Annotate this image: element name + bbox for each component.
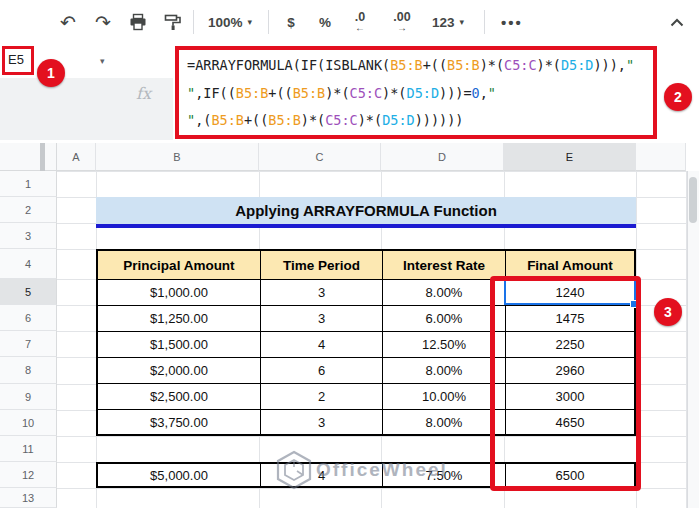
row-header-12[interactable]: 12	[0, 462, 57, 488]
cell-C9[interactable]: 2	[261, 384, 383, 410]
collapse-toolbar-button[interactable]	[662, 8, 692, 36]
row-header-2[interactable]: 2	[0, 197, 57, 223]
row-header-1[interactable]: 1	[0, 171, 57, 197]
formula-token: "	[187, 85, 195, 101]
formula-token: B5:B	[236, 85, 269, 101]
cell-C7[interactable]: 4	[261, 332, 383, 358]
vertical-scrollbar-thumb[interactable]	[689, 177, 697, 223]
cell-D9[interactable]: 10.00%	[383, 384, 506, 410]
cell-D8[interactable]: 8.00%	[383, 358, 506, 384]
formula-token: =ARRAYFORMULA(IF(ISBLANK(	[187, 57, 390, 73]
cell-C10[interactable]: 3	[261, 410, 383, 434]
formula-token: B5:B	[211, 112, 244, 128]
print-icon[interactable]	[123, 8, 153, 36]
select-all-corner[interactable]	[0, 143, 57, 171]
formula-token: )*(	[358, 112, 382, 128]
currency-icon: $	[287, 15, 295, 30]
cell-C6[interactable]: 3	[261, 306, 383, 332]
row-header-4[interactable]: 4	[0, 249, 57, 279]
format-currency-button[interactable]: $	[278, 8, 304, 36]
watermark-text: OfficeWheel	[316, 459, 448, 481]
officewheel-logo-icon	[276, 450, 312, 490]
percent-icon: %	[319, 15, 331, 30]
gridline	[686, 171, 687, 508]
cell-D10[interactable]: 8.00%	[383, 410, 506, 434]
watermark: OfficeWheel	[276, 450, 448, 490]
number-format-label: 123	[432, 15, 455, 30]
chevron-down-icon: ▾	[460, 17, 465, 27]
row-header-6[interactable]: 6	[0, 305, 57, 331]
row-header-10[interactable]: 10	[0, 410, 57, 436]
formula-token: D5:D	[561, 57, 594, 73]
column-header-E[interactable]: E	[504, 143, 636, 171]
column-header-A[interactable]: A	[57, 143, 96, 171]
column-header-D[interactable]: D	[381, 143, 504, 171]
zoom-select[interactable]: 100% ▾	[200, 8, 260, 36]
cell-C4[interactable]: Time Period	[261, 251, 383, 280]
formula-token: B5:B	[447, 57, 480, 73]
formula-token: D5:D	[382, 112, 415, 128]
column-header-C[interactable]: C	[259, 143, 381, 171]
cell-D7[interactable]: 12.50%	[383, 332, 506, 358]
paint-format-icon[interactable]	[158, 8, 188, 36]
redo-icon[interactable]: ↷	[88, 8, 118, 36]
undo-icon[interactable]: ↶	[53, 8, 83, 36]
formula-token: +((	[268, 85, 292, 101]
zoom-value: 100%	[208, 15, 243, 30]
cell-C8[interactable]: 6	[261, 358, 383, 384]
formula-token: +((	[423, 57, 447, 73]
formula-token: ))),	[593, 57, 626, 73]
formula-token: ,IF((	[195, 85, 236, 101]
annotation-box-name	[2, 46, 34, 75]
cell-D6[interactable]: 6.00%	[383, 306, 506, 332]
format-percent-button[interactable]: %	[312, 8, 338, 36]
formula-line: ",IF((B5:B+((B5:B)*(C5:C)*(D5:D)))=0,"	[187, 80, 653, 108]
cell-D5[interactable]: 8.00%	[383, 280, 506, 306]
column-header-B[interactable]: B	[96, 143, 259, 171]
chevron-up-icon	[670, 18, 684, 27]
toolbar-separator	[268, 10, 269, 34]
chevron-down-icon: ▾	[248, 17, 253, 27]
row-header-7[interactable]: 7	[0, 331, 57, 357]
cell-B5[interactable]: $1,000.00	[98, 280, 261, 306]
cell-B7[interactable]: $1,500.00	[98, 332, 261, 358]
formula-bar[interactable]: =ARRAYFORMULA(IF(ISBLANK(B5:B+((B5:B)*(C…	[175, 46, 657, 139]
row-header-3[interactable]: 3	[0, 223, 57, 249]
cell-B10[interactable]: $3,750.00	[98, 410, 261, 434]
formula-token: )*(	[480, 57, 504, 73]
formula-token: ,(	[195, 112, 211, 128]
cell-C5[interactable]: 3	[261, 280, 383, 306]
row-header-9[interactable]: 9	[0, 384, 57, 410]
formula-token: D5:D	[407, 85, 440, 101]
decrease-decimal-button[interactable]: .0 ←	[344, 8, 376, 36]
formula-token: ,	[480, 85, 488, 101]
formula-token: "	[187, 112, 195, 128]
cell-B6[interactable]: $1,250.00	[98, 306, 261, 332]
formula-token: ))))))	[415, 112, 464, 128]
increase-decimal-button[interactable]: .00 →	[384, 8, 420, 36]
fx-icon: fx	[136, 84, 151, 103]
number-format-button[interactable]: 123 ▾	[424, 8, 472, 36]
formula-token: "	[488, 85, 496, 101]
row-header-8[interactable]: 8	[0, 357, 57, 384]
formula-token: )*(	[325, 85, 349, 101]
more-icon: •••	[501, 14, 523, 31]
more-options-button[interactable]: •••	[494, 8, 530, 36]
cell-B12[interactable]: $5,000.00	[98, 464, 261, 486]
column-header-F[interactable]	[636, 143, 686, 171]
formula-token: B5:B	[293, 85, 326, 101]
cell-D4[interactable]: Interest Rate	[383, 251, 506, 280]
sheet-title-cell[interactable]: Applying ARRAYFORMULA Function	[96, 197, 636, 228]
row-header-11[interactable]: 11	[0, 436, 57, 462]
cell-B9[interactable]: $2,500.00	[98, 384, 261, 410]
formula-token: 0	[472, 85, 480, 101]
redo-glyph: ↷	[95, 13, 111, 32]
cell-B4[interactable]: Principal Amount	[98, 251, 261, 280]
cell-B8[interactable]: $2,000.00	[98, 358, 261, 384]
formula-token: )*(	[537, 57, 561, 73]
row-header-13[interactable]: 13	[0, 488, 57, 508]
row-header-5[interactable]: 5	[0, 279, 57, 305]
name-box-dropdown-icon[interactable]: ▾	[100, 56, 105, 66]
annotation-badge-3: 3	[654, 298, 682, 326]
annotation-badge-2: 2	[664, 83, 692, 111]
